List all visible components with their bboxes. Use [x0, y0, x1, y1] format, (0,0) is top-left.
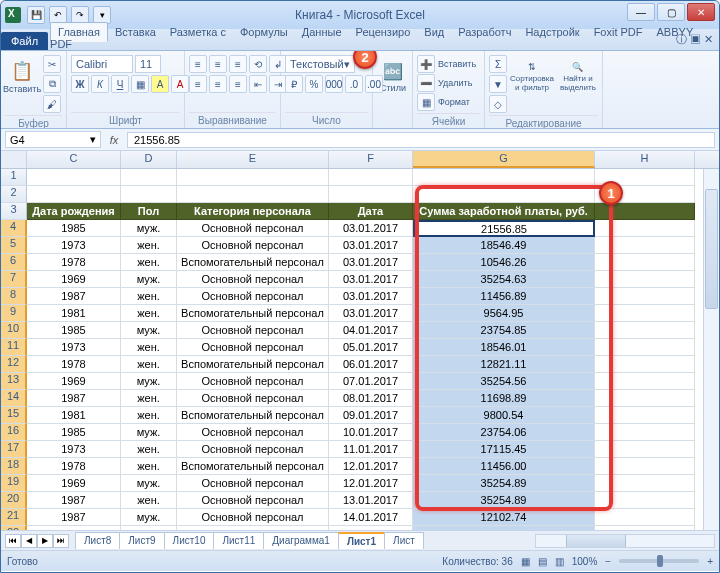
cell[interactable]: Вспомогательный персонал	[177, 407, 329, 424]
cell[interactable]: Основной персонал	[177, 373, 329, 390]
column-header[interactable]: E	[177, 151, 329, 168]
cell[interactable]: 1978	[27, 356, 121, 373]
align-bottom-icon[interactable]: ≡	[229, 55, 247, 73]
cell[interactable]: жен.	[121, 441, 177, 458]
row-header[interactable]: 12	[1, 356, 27, 373]
fx-icon[interactable]: fx	[105, 134, 123, 146]
view-normal-icon[interactable]: ▦	[521, 556, 530, 567]
cell[interactable]: жен.	[121, 458, 177, 475]
sheet-tab[interactable]: Лист11	[213, 532, 264, 549]
cell[interactable]: 08.01.2017	[329, 390, 413, 407]
cell[interactable]	[595, 390, 695, 407]
file-tab[interactable]: Файл	[1, 32, 48, 50]
cell[interactable]	[595, 271, 695, 288]
cell[interactable]	[595, 322, 695, 339]
cell[interactable]: 11456.89	[413, 288, 595, 305]
sheet-tab[interactable]: Лист	[384, 532, 424, 549]
table-header-cell[interactable]: Дата рождения	[27, 203, 121, 220]
column-header[interactable]: G	[413, 151, 595, 168]
view-layout-icon[interactable]: ▤	[538, 556, 547, 567]
cell[interactable]: 03.01.2017	[329, 271, 413, 288]
bold-button[interactable]: Ж	[71, 75, 89, 93]
zoom-slider[interactable]	[619, 559, 699, 563]
align-top-icon[interactable]: ≡	[189, 55, 207, 73]
cell[interactable]: 1985	[27, 220, 121, 237]
cell[interactable]: 1987	[27, 288, 121, 305]
cell[interactable]: муж.	[121, 424, 177, 441]
sheet-tab[interactable]: Лист10	[164, 532, 215, 549]
cell[interactable]: жен.	[121, 356, 177, 373]
sort-filter-button[interactable]: ⇅ Сортировка и фильтр	[509, 55, 555, 99]
cell[interactable]	[121, 169, 177, 186]
orientation-icon[interactable]: ⟲	[249, 55, 267, 73]
cell[interactable]: 1969	[27, 373, 121, 390]
table-header-cell[interactable]: Сумма заработной платы, руб.	[413, 203, 595, 220]
cell[interactable]: муж.	[121, 509, 177, 526]
cell[interactable]: 1987	[27, 390, 121, 407]
cell[interactable]: 03.01.2017	[329, 305, 413, 322]
cell[interactable]	[121, 526, 177, 531]
minimize-button[interactable]: —	[627, 3, 655, 21]
maximize-button[interactable]: ▢	[657, 3, 685, 21]
format-painter-icon[interactable]: 🖌	[43, 95, 61, 113]
align-center-icon[interactable]: ≡	[209, 75, 227, 93]
border-icon[interactable]: ▦	[131, 75, 149, 93]
cell[interactable]	[329, 169, 413, 186]
cell[interactable]: 03.01.2017	[329, 220, 413, 237]
increase-decimal-icon[interactable]: .0	[345, 75, 363, 93]
cell[interactable]: Основной персонал	[177, 475, 329, 492]
cell[interactable]: Основной персонал	[177, 271, 329, 288]
qat-save-icon[interactable]: 💾	[27, 6, 45, 24]
comma-icon[interactable]: 000	[325, 75, 343, 93]
row-header[interactable]: 8	[1, 288, 27, 305]
cell[interactable]: 07.01.2017	[329, 373, 413, 390]
ribbon-tab[interactable]: Разметка с	[163, 23, 233, 41]
row-header[interactable]: 5	[1, 237, 27, 254]
cell[interactable]: 21556.85	[413, 220, 595, 237]
cell[interactable]: 1973	[27, 441, 121, 458]
hscroll-thumb[interactable]	[566, 535, 626, 547]
number-format-combo[interactable]: Текстовый▾	[285, 55, 355, 73]
cell[interactable]: 23754.85	[413, 322, 595, 339]
table-header-cell[interactable]: Категория персонала	[177, 203, 329, 220]
cell[interactable]: 1987	[27, 492, 121, 509]
cell[interactable]	[595, 509, 695, 526]
row-header[interactable]: 3	[1, 203, 27, 220]
cell[interactable]	[329, 526, 413, 531]
format-icon[interactable]: ▦	[417, 93, 435, 111]
cell[interactable]: жен.	[121, 390, 177, 407]
row-header[interactable]: 9	[1, 305, 27, 322]
horizontal-scrollbar[interactable]	[535, 534, 715, 548]
sheet-tab[interactable]: Диаграмма1	[263, 532, 339, 549]
cell[interactable]: жен.	[121, 339, 177, 356]
cell[interactable]: 23754.06	[413, 424, 595, 441]
cell[interactable]: Основной персонал	[177, 220, 329, 237]
row-header[interactable]: 2	[1, 186, 27, 203]
font-name-combo[interactable]: Calibri	[71, 55, 133, 73]
cell[interactable]: жен.	[121, 407, 177, 424]
cell[interactable]	[595, 475, 695, 492]
cut-icon[interactable]: ✂	[43, 55, 61, 73]
zoom-level[interactable]: 100%	[572, 556, 598, 567]
tab-nav-next-icon[interactable]: ▶	[37, 534, 53, 548]
cell[interactable]: 11456.00	[413, 458, 595, 475]
row-header[interactable]: 14	[1, 390, 27, 407]
cell[interactable]: 12821.11	[413, 356, 595, 373]
tab-nav-last-icon[interactable]: ⏭	[53, 534, 69, 548]
cell[interactable]: 06.01.2017	[329, 356, 413, 373]
tab-nav-first-icon[interactable]: ⏮	[5, 534, 21, 548]
cell[interactable]	[177, 169, 329, 186]
ribbon-tab[interactable]: Foxit PDF	[587, 23, 650, 41]
cell[interactable]: Вспомогательный персонал	[177, 305, 329, 322]
currency-icon[interactable]: ₽	[285, 75, 303, 93]
cell[interactable]: 05.01.2017	[329, 339, 413, 356]
zoom-in-icon[interactable]: +	[707, 556, 713, 567]
formula-input[interactable]: 21556.85	[127, 132, 715, 148]
row-header[interactable]: 17	[1, 441, 27, 458]
cell[interactable]: 1973	[27, 339, 121, 356]
cell[interactable]: муж.	[121, 475, 177, 492]
clear-icon[interactable]: ◇	[489, 95, 507, 113]
cell[interactable]: 1973	[27, 237, 121, 254]
decrease-indent-icon[interactable]: ⇤	[249, 75, 267, 93]
cell[interactable]: 10.01.2017	[329, 424, 413, 441]
